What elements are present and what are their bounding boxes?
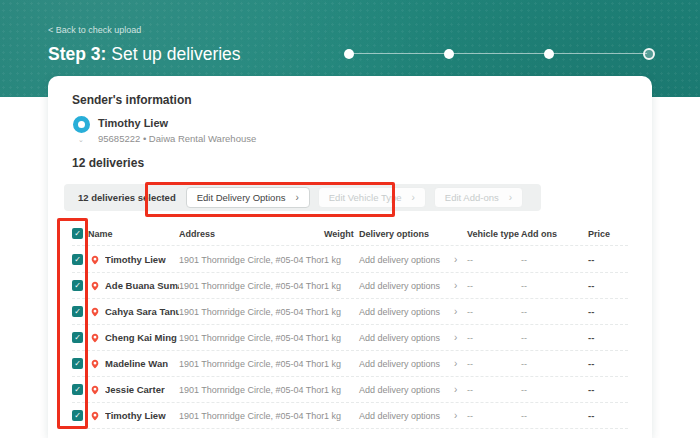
sender-subtitle: 95685222 • Daiwa Rental Warehouse <box>98 133 256 144</box>
progress-step-4-dot <box>643 48 655 60</box>
edit-delivery-options-button[interactable]: Edit Delivery Options › <box>186 187 310 208</box>
caret-down-icon: ⌄ <box>72 138 90 142</box>
row-checkbox[interactable]: ✓ <box>72 306 83 317</box>
location-pin-icon <box>90 281 100 291</box>
table-row: ✓ Cheng Kai Ming 1901 Thornridge Circle,… <box>72 325 628 351</box>
row-add-delivery-options[interactable]: Add delivery options › <box>359 306 467 317</box>
row-checkbox[interactable]: ✓ <box>72 410 83 421</box>
location-pin-icon <box>90 359 100 369</box>
location-pin-icon <box>90 385 100 395</box>
chevron-right-icon: › <box>454 332 457 343</box>
check-icon: ✓ <box>74 306 81 317</box>
row-add-delivery-options[interactable]: Add delivery options › <box>359 332 467 343</box>
page: < Back to check upload Step 3: Set up de… <box>0 0 700 438</box>
location-pin-icon <box>90 255 100 265</box>
deliveries-section-title: 12 deliveries <box>72 156 144 170</box>
row-add-ons: -- <box>521 359 588 369</box>
row-checkbox[interactable]: ✓ <box>72 358 83 369</box>
row-weight: 1 kg <box>324 359 359 369</box>
row-price: -- <box>588 280 628 291</box>
row-weight: 1 kg <box>324 307 359 317</box>
table-row: ✓ Cahya Sara Tanu... 1901 Thornridge Cir… <box>72 299 628 325</box>
row-checkbox[interactable]: ✓ <box>72 254 83 265</box>
row-add-delivery-options[interactable]: Add delivery options › <box>359 280 467 291</box>
row-add-ons: -- <box>521 255 588 265</box>
row-add-ons: -- <box>521 281 588 291</box>
row-name: Ade Buana Sumadi <box>105 280 179 291</box>
check-icon: ✓ <box>74 384 81 395</box>
back-link[interactable]: < Back to check upload <box>48 25 141 35</box>
row-weight: 1 kg <box>324 281 359 291</box>
chevron-right-icon: › <box>454 410 457 421</box>
row-add-delivery-options[interactable]: Add delivery options › <box>359 384 467 395</box>
row-add-delivery-options[interactable]: Add delivery options › <box>359 358 467 369</box>
row-add-ons: -- <box>521 385 588 395</box>
location-pin-icon <box>90 333 100 343</box>
row-add-ons: -- <box>521 411 588 421</box>
selected-count-label: 12 deliveries selected <box>78 192 176 203</box>
sender-avatar-icon <box>73 116 90 133</box>
chevron-right-icon: › <box>454 358 457 369</box>
table-header-row: ✓ Name Address Weight Delivery options V… <box>72 222 628 246</box>
page-title: Step 3: Set up deliveries <box>48 44 241 65</box>
row-name: Cahya Sara Tanu... <box>105 306 179 317</box>
row-weight: 1 kg <box>324 333 359 343</box>
row-name: Timothy Liew <box>105 410 166 421</box>
row-name: Madeline Wan <box>105 358 168 369</box>
edit-vehicle-type-button[interactable]: Edit Vehicle Type › <box>318 187 426 208</box>
check-icon: ✓ <box>74 332 81 343</box>
row-add-ons: -- <box>521 333 588 343</box>
row-add-delivery-options[interactable]: Add delivery options › <box>359 410 467 421</box>
row-address: 1901 Thornridge Circle, #05-04 Thornridg… <box>179 307 324 317</box>
row-name: Cheng Kai Ming <box>105 332 177 343</box>
row-checkbox[interactable]: ✓ <box>72 332 83 343</box>
sender-section-title: Sender's information <box>72 93 192 107</box>
chevron-right-icon: › <box>295 192 298 203</box>
table-body: ✓ Timothy Liew 1901 Thornridge Circle, #… <box>72 247 628 429</box>
row-address: 1901 Thornridge Circle, #05-04 Thornridg… <box>179 359 324 369</box>
column-header-name: Name <box>88 229 179 239</box>
sender-name: Timothy Liew <box>98 116 256 129</box>
page-title-step: Step 3: <box>48 44 106 64</box>
row-price: -- <box>588 410 628 421</box>
content-card: Sender's information ⌄ Timothy Liew 9568… <box>48 76 652 438</box>
row-address: 1901 Thornridge Circle, #05-04 Thornridg… <box>179 411 324 421</box>
row-address: 1901 Thornridge Circle, #05-04 Thornridg… <box>179 281 324 291</box>
select-all-checkbox[interactable]: ✓ <box>72 228 83 239</box>
check-icon: ✓ <box>74 410 81 421</box>
check-icon: ✓ <box>74 228 81 239</box>
row-vehicle-type: -- <box>467 385 521 395</box>
row-price: -- <box>588 254 628 265</box>
page-title-rest: Set up deliveries <box>106 44 240 64</box>
row-vehicle-type: -- <box>467 359 521 369</box>
table-row: ✓ Timothy Liew 1901 Thornridge Circle, #… <box>72 247 628 273</box>
chevron-right-icon: › <box>454 384 457 395</box>
chevron-right-icon: › <box>454 280 457 291</box>
row-price: -- <box>588 358 628 369</box>
selection-bar: 12 deliveries selected Edit Delivery Opt… <box>64 184 541 211</box>
row-name: Jessie Carter <box>105 384 165 395</box>
check-icon: ✓ <box>74 254 81 265</box>
row-add-delivery-options[interactable]: Add delivery options › <box>359 254 467 265</box>
column-header-weight: Weight <box>324 229 359 239</box>
row-add-ons: -- <box>521 307 588 317</box>
row-price: -- <box>588 306 628 317</box>
row-address: 1901 Thornridge Circle, #05-04 Thornridg… <box>179 385 324 395</box>
row-weight: 1 kg <box>324 411 359 421</box>
edit-add-ons-button[interactable]: Edit Add-ons › <box>434 187 523 208</box>
column-header-add-ons: Add ons <box>521 229 588 239</box>
row-address: 1901 Thornridge Circle, #05-04 Thornridg… <box>179 255 324 265</box>
row-address: 1901 Thornridge Circle, #05-04 Thornridg… <box>179 333 324 343</box>
progress-step-3-dot <box>544 49 554 59</box>
row-vehicle-type: -- <box>467 281 521 291</box>
table-row: ✓ Timothy Liew 1901 Thornridge Circle, #… <box>72 403 628 429</box>
row-weight: 1 kg <box>324 255 359 265</box>
sender-info-row: ⌄ Timothy Liew 95685222 • Daiwa Rental W… <box>72 116 256 144</box>
row-price: -- <box>588 384 628 395</box>
table-row: ✓ Madeline Wan 1901 Thornridge Circle, #… <box>72 351 628 377</box>
row-checkbox[interactable]: ✓ <box>72 384 83 395</box>
row-checkbox[interactable]: ✓ <box>72 280 83 291</box>
row-vehicle-type: -- <box>467 307 521 317</box>
row-vehicle-type: -- <box>467 411 521 421</box>
row-weight: 1 kg <box>324 385 359 395</box>
